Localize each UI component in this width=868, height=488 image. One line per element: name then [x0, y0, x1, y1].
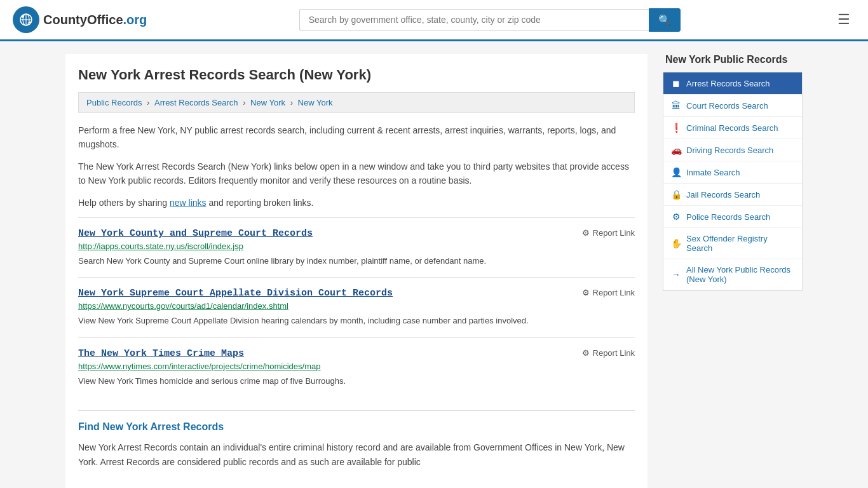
sidebar-item-label: Court Records Search [686, 101, 794, 111]
sidebar-item-driving-records[interactable]: 🚗 Driving Records Search [663, 139, 802, 161]
person-icon: 👤 [671, 167, 681, 177]
description-2: The New York Arrest Records Search (New … [78, 159, 635, 188]
breadcrumb-link-new-york-state[interactable]: New York [250, 98, 285, 107]
find-title: Find New York Arrest Records [78, 421, 635, 433]
sidebar-item-label: All New York Public Records (New York) [686, 265, 794, 284]
report-link-button-3[interactable]: ⚙ Report Link [582, 348, 635, 358]
breadcrumb: Public Records › Arrest Records Search ›… [78, 92, 635, 113]
sidebar-item-label: Police Records Search [686, 212, 794, 222]
car-icon: 🚗 [671, 145, 681, 155]
report-link-button-2[interactable]: ⚙ Report Link [582, 288, 635, 297]
logo-text: CountyOffice.org [43, 13, 147, 27]
report-icon: ⚙ [582, 348, 590, 358]
logo[interactable]: CountyOffice.org [13, 6, 147, 33]
svg-point-5 [22, 15, 24, 18]
sidebar-item-criminal-records[interactable]: ❗ Criminal Records Search [663, 117, 802, 139]
lock-icon: 🔒 [671, 189, 681, 200]
results-list: New York County and Supreme Court Record… [78, 217, 635, 398]
find-section: Find New York Arrest Records New York Ar… [78, 410, 635, 469]
sidebar-item-label: Jail Records Search [686, 190, 794, 200]
description-1: Perform a free New York, NY public arres… [78, 123, 635, 152]
svg-point-6 [29, 22, 31, 24]
sidebar-card: ◼ Arrest Records Search 🏛 Court Records … [663, 72, 803, 291]
result-title-2[interactable]: New York Supreme Court Appellate Divisio… [78, 288, 393, 299]
sidebar: New York Public Records ◼ Arrest Records… [663, 54, 803, 488]
result-url-1[interactable]: http://iapps.courts.state.ny.us/iscroll/… [78, 241, 635, 251]
sidebar-item-label: Inmate Search [686, 168, 794, 177]
description-3: Help others by sharing new links and rep… [78, 196, 635, 210]
result-item: The New York Times Crime Maps ⚙ Report L… [78, 337, 635, 398]
sidebar-item-sex-offender-registry[interactable]: ✋ Sex Offender Registry Search [663, 228, 802, 259]
arrow-icon: → [671, 269, 681, 280]
search-button[interactable]: 🔍 [649, 8, 681, 32]
sidebar-item-jail-records[interactable]: 🔒 Jail Records Search [663, 184, 802, 206]
sidebar-item-court-records[interactable]: 🏛 Court Records Search [663, 95, 802, 117]
sidebar-item-label: Arrest Records Search [686, 79, 794, 88]
breadcrumb-link-arrest-records[interactable]: Arrest Records Search [154, 98, 238, 107]
hamburger-icon: ☰ [837, 11, 850, 27]
result-title-1[interactable]: New York County and Supreme Court Record… [78, 228, 313, 239]
report-icon: ⚙ [582, 288, 590, 297]
logo-org: .org [123, 13, 147, 27]
menu-button[interactable]: ☰ [832, 9, 855, 30]
police-icon: ⚙ [671, 212, 681, 222]
page-title: New York Arrest Records Search (New York… [78, 67, 635, 83]
result-desc-2: View New York Supreme Court Appellate Di… [78, 315, 635, 327]
report-icon: ⚙ [582, 228, 590, 238]
result-url-2[interactable]: https://www.nycourts.gov/courts/ad1/cale… [78, 301, 635, 311]
sidebar-item-label: Sex Offender Registry Search [686, 234, 794, 253]
sidebar-title: New York Public Records [663, 54, 803, 65]
result-item: New York Supreme Court Appellate Divisio… [78, 277, 635, 337]
find-text: New York Arrest Records contain an indiv… [78, 440, 635, 469]
breadcrumb-link-new-york-city[interactable]: New York [298, 98, 333, 107]
sidebar-item-police-records[interactable]: ⚙ Police Records Search [663, 206, 802, 228]
result-url-3[interactable]: https://www.nytimes.com/interactive/proj… [78, 362, 635, 371]
search-icon: 🔍 [658, 15, 671, 25]
arrest-records-icon: ◼ [671, 78, 681, 88]
breadcrumb-link-public-records[interactable]: Public Records [86, 98, 142, 107]
sidebar-item-inmate-search[interactable]: 👤 Inmate Search [663, 161, 802, 184]
result-desc-1: Search New York County and Supreme Court… [78, 255, 635, 268]
search-input[interactable] [299, 9, 649, 30]
new-links-link[interactable]: new links [170, 198, 207, 208]
sidebar-item-label: Driving Records Search [686, 146, 794, 155]
sidebar-item-arrest-records[interactable]: ◼ Arrest Records Search [663, 72, 802, 95]
hand-icon: ✋ [671, 238, 681, 248]
result-title-3[interactable]: The New York Times Crime Maps [78, 348, 244, 359]
result-desc-3: View New York Times homicide and serious… [78, 375, 635, 388]
sidebar-item-label: Criminal Records Search [686, 123, 794, 133]
logo-icon [13, 6, 39, 33]
court-icon: 🏛 [671, 100, 681, 111]
result-item: New York County and Supreme Court Record… [78, 217, 635, 278]
report-link-button-1[interactable]: ⚙ Report Link [582, 228, 635, 238]
criminal-icon: ❗ [671, 123, 681, 133]
sidebar-item-all-records[interactable]: → All New York Public Records (New York) [663, 259, 802, 290]
